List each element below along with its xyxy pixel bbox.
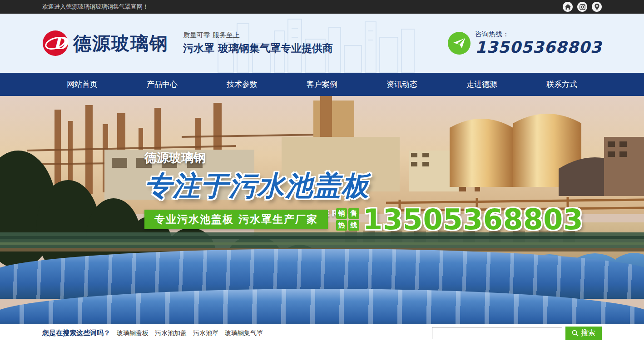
camera-icon[interactable] <box>577 2 587 12</box>
nav-item-home[interactable]: 网站首页 <box>42 73 122 96</box>
nav-item-specs[interactable]: 技术参数 <box>202 73 282 96</box>
sales-phone-number: 13505368803 <box>363 207 584 232</box>
location-icon[interactable] <box>592 2 602 12</box>
main-nav: 网站首页 产品中心 技术参数 客户案例 资讯动态 走进德源 联系方式 <box>0 73 644 96</box>
logo-text: 德源玻璃钢 <box>73 31 168 56</box>
banner-headline: 专注于污水池盖板 <box>144 168 370 205</box>
logo[interactable]: D 德源玻璃钢 <box>42 30 168 56</box>
nav-item-products[interactable]: 产品中心 <box>122 73 202 96</box>
sales-hotline-label: 销 售 热 线 <box>336 208 359 231</box>
search-button[interactable]: 搜索 <box>565 327 602 340</box>
search-box: 搜索 <box>432 327 602 340</box>
nav-item-contact[interactable]: 联系方式 <box>522 73 602 96</box>
banner-bottom-row: 专业污水池盖板 污水罩生产厂家 销 售 热 线 13505368803 <box>144 207 584 232</box>
welcome-text: 欢迎进入德源玻璃钢玻璃钢集气罩官网！ <box>42 3 149 11</box>
hero-banner: 德源玻璃钢 专注于污水池盖板 FOUCS ON SEWAGE POOL COVE… <box>0 96 644 324</box>
hotline: 咨询热线： 13505368803 <box>448 30 602 56</box>
slogan-quality: 质量可靠 服务至上 <box>183 31 333 40</box>
banner-tagline: 专业污水池盖板 污水罩生产厂家 <box>144 210 328 229</box>
site-header: D 德源玻璃钢 质量可靠 服务至上 污水罩 玻璃钢集气罩专业提供商 咨询热线： … <box>0 14 644 73</box>
search-button-label: 搜索 <box>581 328 595 338</box>
keyword-link[interactable]: 污水池加盖 <box>155 329 187 337</box>
search-prompt: 您是在搜索这些词吗？ <box>42 329 110 337</box>
topbar: 欢迎进入德源玻璃钢玻璃钢集气罩官网！ <box>0 0 644 14</box>
header-slogan: 质量可靠 服务至上 污水罩 玻璃钢集气罩专业提供商 <box>183 31 333 55</box>
sales-tile: 线 <box>348 220 359 231</box>
hotline-label: 咨询热线： <box>475 30 602 39</box>
logo-icon: D <box>42 30 69 56</box>
search-strip: 您是在搜索这些词吗？ 玻璃钢盖板 污水池加盖 污水池罩 玻璃钢集气罩 搜索 <box>0 324 644 342</box>
hot-keywords: 玻璃钢盖板 污水池加盖 污水池罩 玻璃钢集气罩 <box>117 329 263 337</box>
nav-item-cases[interactable]: 客户案例 <box>282 73 362 96</box>
keyword-link[interactable]: 玻璃钢盖板 <box>117 329 149 337</box>
search-icon <box>572 330 579 337</box>
social-links <box>563 2 602 12</box>
svg-text:D: D <box>53 34 69 53</box>
nav-item-about[interactable]: 走进德源 <box>442 73 522 96</box>
hotline-number: 13505368803 <box>475 39 602 56</box>
home-icon[interactable] <box>563 2 573 12</box>
search-input[interactable] <box>432 327 562 339</box>
sales-tile: 热 <box>336 220 347 231</box>
slogan-main: 污水罩 玻璃钢集气罩专业提供商 <box>183 41 333 55</box>
banner-brand: 德源玻璃钢 <box>144 150 370 166</box>
keyword-link[interactable]: 污水池罩 <box>193 329 218 337</box>
nav-item-news[interactable]: 资讯动态 <box>362 73 442 96</box>
sales-tile: 销 <box>336 208 347 219</box>
keyword-link[interactable]: 玻璃钢集气罩 <box>225 329 263 337</box>
paper-plane-icon <box>448 32 471 55</box>
sales-tile: 售 <box>348 208 359 219</box>
